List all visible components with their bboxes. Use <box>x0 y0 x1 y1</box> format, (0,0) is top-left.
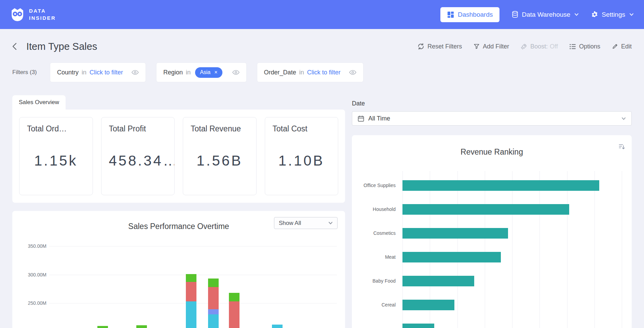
edit-button[interactable]: Edit <box>612 43 632 50</box>
category-label: Baby Food <box>352 278 396 284</box>
filter-chip-country[interactable]: Country in Click to filter <box>50 62 146 82</box>
stacked-bar-segment-green[interactable] <box>97 326 108 328</box>
ranking-bar[interactable] <box>402 204 569 215</box>
top-navigation: Dashboards Data Warehouse <box>440 7 634 22</box>
x-gridline <box>594 171 595 328</box>
ranking-plot: Office SuppliesHouseholdCosmeticsMeatBab… <box>352 135 632 328</box>
remove-filter-value-icon[interactable]: × <box>214 70 217 75</box>
filter-value-label: Asia <box>200 69 210 75</box>
nav-settings-label: Settings <box>602 11 625 18</box>
stacked-bar-segment-green[interactable] <box>186 274 196 282</box>
kpi-label: Total Profit <box>109 124 167 133</box>
brand[interactable]: DATA INSIDER <box>10 8 56 22</box>
category-label: Cereal <box>352 302 396 308</box>
sort-icon[interactable] <box>618 143 625 150</box>
x-gridline <box>512 171 512 328</box>
x-gridline <box>567 171 567 328</box>
x-gridline <box>622 171 622 328</box>
ranking-bar[interactable] <box>402 324 434 328</box>
list-options-icon <box>570 44 576 49</box>
sales-performance-chart-card: 350.00M300.00M250.00M Sales Performance … <box>12 211 345 328</box>
filter-operator-label: in <box>186 69 191 76</box>
dashboard-grid: Sales Overview Total Ord… 1.15k Total Pr… <box>12 95 632 328</box>
options-label: Options <box>579 43 600 50</box>
boost-toggle[interactable]: Boost: Off <box>521 43 558 50</box>
owl-logo-icon <box>10 8 25 22</box>
ranking-bar[interactable] <box>402 300 454 310</box>
chevron-down-icon <box>629 13 634 16</box>
stacked-bar-segment-green[interactable] <box>208 279 219 287</box>
pencil-icon <box>612 43 618 49</box>
stacked-bar-segment-red[interactable] <box>229 301 239 328</box>
header-actions: Reset Filters Add Filter Boost: Off <box>417 43 632 50</box>
kpi-card-total-orders[interactable]: Total Ord… 1.15k <box>19 117 93 195</box>
date-section-label: Date <box>352 100 632 107</box>
options-button[interactable]: Options <box>570 43 600 50</box>
kpi-label: Total Cost <box>273 124 331 133</box>
category-label: Meat <box>352 254 396 260</box>
eye-icon[interactable] <box>232 70 239 75</box>
calendar-icon <box>358 115 364 122</box>
y-gridline <box>49 246 337 246</box>
click-to-filter-link[interactable]: Click to filter <box>307 69 341 76</box>
stacked-bar-segment-red[interactable] <box>186 282 196 301</box>
series-filter-select[interactable]: Show All <box>274 217 338 229</box>
stacked-bar-segment-blue[interactable] <box>208 309 219 314</box>
stacked-bar-segment-cyan[interactable] <box>186 301 196 328</box>
chevron-down-icon <box>621 117 626 120</box>
edit-label: Edit <box>621 43 632 50</box>
nav-settings[interactable]: Settings <box>591 11 634 18</box>
filter-chip-order-date[interactable]: Order_Date in Click to filter <box>257 62 364 82</box>
kpi-card-total-cost[interactable]: Total Cost 1.10B <box>265 117 339 195</box>
stacked-bar-segment-green[interactable] <box>229 293 239 301</box>
sales-overview-panel: Total Ord… 1.15k Total Profit 458.34… To… <box>12 110 345 203</box>
boost-state: Off <box>550 43 558 50</box>
filter-field-label: Order_Date <box>264 69 296 76</box>
y-axis-tick-label: 300.00M <box>16 272 46 277</box>
brand-line2: INSIDER <box>29 15 56 22</box>
database-icon <box>512 11 518 18</box>
chart-title: Revenue Ranking <box>352 147 632 157</box>
filter-operator-label: in <box>82 69 86 76</box>
brand-line1: DATA <box>29 8 56 14</box>
nav-dashboards[interactable]: Dashboards <box>440 7 499 22</box>
ranking-bar[interactable] <box>402 180 599 191</box>
revenue-ranking-card: Office SuppliesHouseholdCosmeticsMeatBab… <box>352 135 632 328</box>
filters-count-label: Filters (3) <box>12 69 40 76</box>
y-axis-tick-label: 250.00M <box>16 300 46 306</box>
refresh-icon <box>417 43 424 50</box>
page-header: Item Type Sales Reset Filters Add Filter <box>12 40 632 53</box>
ranking-bar[interactable] <box>402 252 501 262</box>
nav-data-warehouse[interactable]: Data Warehouse <box>512 11 579 18</box>
ranking-bar[interactable] <box>402 276 474 286</box>
right-column: Date All Time Office SuppliesHouseholdCo… <box>352 95 632 328</box>
page-title: Item Type Sales <box>26 41 97 52</box>
add-filter-button[interactable]: Add Filter <box>474 43 509 50</box>
chevron-down-icon <box>574 13 579 16</box>
boost-label: Boost: <box>530 43 548 50</box>
filters-row: Filters (3) Country in Click to filter R… <box>12 62 632 82</box>
kpi-value: 458.34… <box>109 153 167 169</box>
kpi-card-total-revenue[interactable]: Total Revenue 1.56B <box>183 117 257 195</box>
category-label: Household <box>352 206 396 212</box>
ranking-bar[interactable] <box>402 228 508 239</box>
filter-chip-region[interactable]: Region in Asia × <box>156 62 247 82</box>
back-button[interactable] <box>12 43 17 50</box>
filter-value-chip[interactable]: Asia × <box>195 67 222 78</box>
tab-sales-overview[interactable]: Sales Overview <box>12 95 66 110</box>
stacked-bar-segment-red[interactable] <box>208 287 219 309</box>
stacked-bar-segment-green[interactable] <box>136 325 147 328</box>
eye-icon[interactable] <box>132 70 139 75</box>
filter-field-label: Region <box>163 69 183 76</box>
eye-icon[interactable] <box>349 70 356 75</box>
reset-filters-button[interactable]: Reset Filters <box>417 43 462 50</box>
kpi-value: 1.10B <box>273 153 331 169</box>
stacked-bar-segment-cyan[interactable] <box>272 325 283 328</box>
add-filter-label: Add Filter <box>483 43 509 50</box>
kpi-card-total-profit[interactable]: Total Profit 458.34… <box>101 117 175 195</box>
filter-field-label: Country <box>57 69 79 76</box>
click-to-filter-link[interactable]: Click to filter <box>90 69 123 76</box>
stacked-bar-segment-cyan[interactable] <box>208 314 219 328</box>
date-range-select[interactable]: All Time <box>352 111 632 126</box>
gear-icon <box>591 11 598 18</box>
